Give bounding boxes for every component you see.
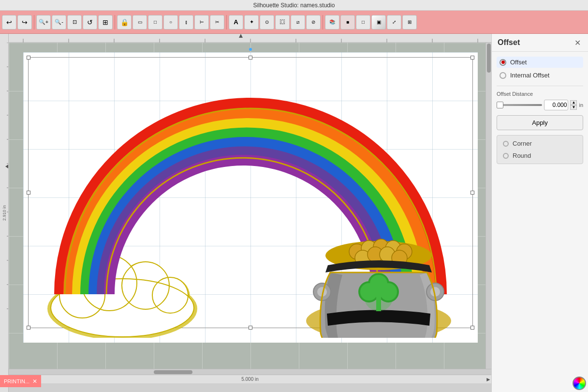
corner-option[interactable]: Corner xyxy=(501,137,579,150)
internal-offset-radio[interactable] xyxy=(500,72,506,79)
ruler-top xyxy=(9,34,491,43)
rotate-button[interactable]: ↺ xyxy=(83,15,97,30)
align-button[interactable]: ⫿ xyxy=(179,15,193,30)
scrollbar-horizontal[interactable] xyxy=(9,369,491,375)
internal-offset-option[interactable]: Internal Offset xyxy=(497,70,583,81)
panel-header: Offset ✕ xyxy=(492,34,588,52)
panel-title: Offset xyxy=(498,38,520,47)
panel-divider-1 xyxy=(497,86,583,86)
ruler-ticks-left xyxy=(0,43,9,392)
print-badge: PRINTIN... ✕ xyxy=(0,375,41,387)
svg-point-56 xyxy=(370,275,387,292)
distance-slider-thumb[interactable] xyxy=(497,102,503,108)
round-option[interactable]: Round xyxy=(501,150,579,162)
rotate-handle[interactable] xyxy=(249,48,252,51)
corner-label: Corner xyxy=(513,140,532,147)
title-bar: Silhouette Studio: names.studio xyxy=(0,0,588,11)
lock-button[interactable]: 🔒 xyxy=(117,15,132,30)
fill-button[interactable]: ■ xyxy=(340,15,355,30)
round-label: Round xyxy=(513,152,531,159)
scissors-button[interactable]: ✂ xyxy=(210,15,224,30)
distance-field-label: Offset Distance xyxy=(497,91,583,97)
canvas-bottom-ruler: ◄ 5.000 in ► xyxy=(9,375,491,383)
zoom-in-button[interactable]: 🔍+ xyxy=(36,15,51,30)
svg-marker-23 xyxy=(239,34,243,38)
rect-button[interactable]: □ xyxy=(148,15,162,30)
distance-increment-button[interactable]: ▲ xyxy=(570,100,577,105)
grid-view-button[interactable]: ⊞ xyxy=(402,15,417,30)
scrollbar-thumb-h[interactable] xyxy=(154,370,192,374)
star-button[interactable]: ✦ xyxy=(244,15,259,30)
toolbar-sep-1 xyxy=(34,15,34,30)
ruler-top-ticks xyxy=(9,34,491,43)
distance-input-row: ▲ ▼ in xyxy=(497,100,583,110)
canvas-container[interactable]: ◄ 5.000 in ► xyxy=(9,34,491,392)
offset-radio-inner xyxy=(501,60,505,64)
print-label: PRINTIN... xyxy=(4,378,29,384)
ruler-left: 2.910 in xyxy=(0,34,9,392)
offset-label: Offset xyxy=(510,59,527,66)
round-radio[interactable] xyxy=(503,153,509,159)
distance-value-input[interactable] xyxy=(544,100,568,110)
text-button[interactable]: A xyxy=(229,15,243,30)
ruler-pointer xyxy=(5,165,8,168)
select-button[interactable]: ▭ xyxy=(132,15,147,30)
distort-button[interactable]: ⧄ xyxy=(291,15,305,30)
eraser-button[interactable]: ⊘ xyxy=(306,15,321,30)
zoom-fit-button[interactable]: ⊡ xyxy=(67,15,82,30)
app-title: Silhouette Studio: names.studio xyxy=(253,2,335,9)
distance-decrement-button[interactable]: ▼ xyxy=(570,105,577,110)
svg-rect-58 xyxy=(376,292,381,311)
color-wheel[interactable] xyxy=(573,377,586,390)
panel-body: Offset Internal Offset Offset Distance ▲ xyxy=(492,52,588,392)
toolbar-sep-4 xyxy=(323,15,323,30)
distance-unit: in xyxy=(579,102,583,108)
undo-button[interactable]: ↩ xyxy=(2,15,16,30)
style-box: Corner Round xyxy=(497,135,583,164)
grid-button[interactable]: ⊞ xyxy=(98,15,113,30)
toolbar-sep-2 xyxy=(115,15,115,30)
distance-spinners: ▲ ▼ xyxy=(570,100,577,110)
print-close-button[interactable]: ✕ xyxy=(32,378,37,385)
main-area: 2.910 in xyxy=(0,34,588,392)
offset-option[interactable]: Offset xyxy=(497,57,583,68)
stroke-button[interactable]: □ xyxy=(356,15,370,30)
panel-close-button[interactable]: ✕ xyxy=(573,38,582,47)
pot-of-gold xyxy=(306,239,451,338)
canvas-workspace[interactable]: ◄ 5.000 in ► xyxy=(9,43,491,383)
library-button[interactable]: 📚 xyxy=(325,15,339,30)
internal-offset-label: Internal Offset xyxy=(510,72,549,79)
corner-radio[interactable] xyxy=(503,141,509,147)
ellipse-button[interactable]: ○ xyxy=(163,15,178,30)
zoom-out-button[interactable]: 🔍- xyxy=(52,15,66,30)
canvas-page xyxy=(23,52,478,343)
redo-button[interactable]: ↪ xyxy=(17,15,32,30)
expand-button[interactable]: ⤢ xyxy=(387,15,401,30)
scrollbar-thumb-v[interactable] xyxy=(487,44,491,73)
offset-radio[interactable] xyxy=(500,59,506,66)
dimension-label: 5.000 in xyxy=(15,377,485,382)
canvas-art xyxy=(28,57,473,338)
scrollbar-vertical[interactable] xyxy=(485,43,491,369)
weld-button[interactable]: ⊙ xyxy=(260,15,274,30)
apply-button[interactable]: Apply xyxy=(497,115,583,130)
measure-button[interactable]: ⊢ xyxy=(194,15,209,30)
replicate-button[interactable]: ⿴ xyxy=(275,15,290,30)
offset-panel: Offset ✕ Offset Internal Offset Offset D… xyxy=(491,34,588,392)
toolbar-sep-3 xyxy=(226,15,227,30)
gradient-button[interactable]: ▣ xyxy=(371,15,386,30)
distance-slider[interactable] xyxy=(497,104,542,106)
toolbar: ↩ ↪ 🔍+ 🔍- ⊡ ↺ ⊞ 🔒 ▭ □ ○ ⫿ ⊢ ✂ A ✦ ⊙ ⿴ ⧄ … xyxy=(0,11,588,34)
